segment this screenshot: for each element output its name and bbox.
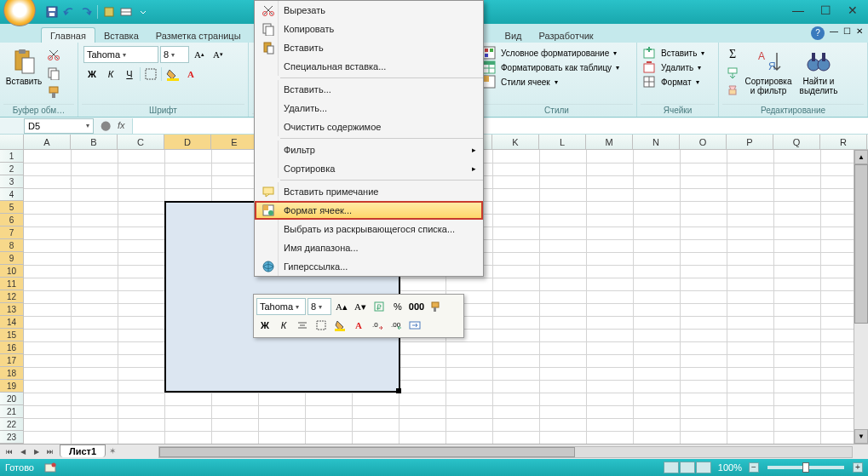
mini-shrink-font-icon[interactable]: A▾	[352, 298, 369, 315]
fill-color-icon[interactable]	[164, 66, 181, 83]
ctx-sort[interactable]: Сортировка▸	[255, 159, 483, 178]
mini-comma-icon[interactable]: 000	[408, 298, 425, 315]
col-header[interactable]: C	[118, 135, 164, 149]
delete-cells-button[interactable]: Удалить▾	[642, 60, 713, 74]
row-header[interactable]: 16	[0, 341, 23, 354]
sheet-nav-first-icon[interactable]: ⏮	[3, 446, 15, 458]
formula-input[interactable]	[132, 118, 868, 134]
mini-format-painter-icon[interactable]	[427, 298, 444, 315]
vertical-scrollbar[interactable]: ▲ ▼	[854, 150, 868, 444]
mini-align-center-icon[interactable]	[294, 317, 311, 334]
underline-button[interactable]: Ч	[121, 66, 138, 83]
ribbon-restore-icon[interactable]: ☐	[843, 26, 851, 40]
col-header[interactable]: B	[71, 135, 118, 149]
zoom-slider[interactable]	[767, 466, 844, 469]
row-header[interactable]: 3	[0, 175, 23, 188]
row-header[interactable]: 5	[0, 201, 23, 214]
row-header[interactable]: 2	[0, 163, 23, 175]
col-header[interactable]: M	[586, 135, 633, 149]
ctx-clear[interactable]: Очистить содержимое	[255, 118, 483, 136]
scroll-thumb[interactable]	[854, 164, 868, 324]
row-header[interactable]: 7	[0, 227, 23, 239]
ctx-format-cells[interactable]: Формат ячеек...	[255, 201, 483, 220]
mini-percent-icon[interactable]: %	[389, 298, 406, 315]
maximize-button[interactable]: ☐	[817, 3, 834, 17]
format-cells-button[interactable]: Формат▾	[642, 75, 713, 89]
row-header[interactable]: 22	[0, 418, 23, 431]
row-header[interactable]: 12	[0, 290, 23, 303]
row-header[interactable]: 21	[0, 405, 23, 418]
clear-icon[interactable]	[724, 82, 741, 99]
ctx-insert-comment[interactable]: Вставить примечание	[255, 182, 483, 201]
col-header[interactable]: N	[633, 135, 680, 149]
ctx-delete[interactable]: Удалить...	[255, 99, 483, 118]
row-header[interactable]: 6	[0, 214, 23, 227]
mini-font-name[interactable]: Tahoma▾	[256, 298, 306, 315]
autosum-icon[interactable]: Σ	[724, 46, 741, 63]
mini-accounting-icon[interactable]: ₽	[371, 298, 388, 315]
sheet-tab[interactable]: Лист1	[60, 444, 106, 457]
row-header[interactable]: 4	[0, 188, 23, 201]
select-all-corner[interactable]	[0, 135, 24, 149]
ctx-name-range[interactable]: Имя диапазона...	[255, 238, 483, 257]
redo-icon[interactable]	[78, 4, 94, 20]
mini-borders-icon[interactable]	[313, 317, 330, 334]
tab-insert[interactable]: Вставка	[95, 28, 147, 43]
hscroll-thumb[interactable]	[159, 447, 575, 457]
fill-icon[interactable]	[724, 64, 741, 81]
sort-filter-button[interactable]: АЯ Сортировка и фильтр	[744, 46, 793, 97]
fx-circle-icon[interactable]: ⬤	[101, 120, 111, 131]
row-header[interactable]: 8	[0, 239, 23, 252]
italic-button[interactable]: К	[102, 66, 119, 83]
office-button[interactable]	[3, 0, 36, 26]
col-header[interactable]: L	[539, 135, 586, 149]
row-header[interactable]: 19	[0, 380, 23, 393]
grow-font-icon[interactable]: A▴	[191, 46, 208, 63]
ctx-cut[interactable]: Вырезать	[255, 1, 483, 20]
row-header[interactable]: 13	[0, 303, 23, 316]
horizontal-scrollbar[interactable]	[158, 446, 853, 458]
mini-increase-decimal-icon[interactable]: .00	[388, 317, 405, 334]
row-header[interactable]: 17	[0, 354, 23, 367]
mini-fill-color-icon[interactable]	[331, 317, 348, 334]
row-header[interactable]: 23	[0, 431, 23, 444]
mini-bold-button[interactable]: Ж	[256, 317, 273, 334]
font-name-combo[interactable]: Tahoma▾	[83, 46, 158, 63]
mini-font-size[interactable]: 8▾	[308, 298, 331, 315]
row-header[interactable]: 1	[0, 150, 23, 163]
row-header[interactable]: 15	[0, 329, 23, 341]
conditional-formatting-button[interactable]: Условное форматирование▾	[482, 46, 631, 60]
zoom-out-button[interactable]: −	[749, 462, 759, 473]
minimize-button[interactable]: —	[790, 3, 807, 17]
find-select-button[interactable]: Найти и выделить	[796, 46, 842, 97]
ctx-copy[interactable]: Копировать	[255, 20, 483, 38]
close-button[interactable]: ✕	[844, 3, 861, 17]
col-header[interactable]: O	[680, 135, 727, 149]
view-normal-icon[interactable]	[664, 462, 679, 473]
col-header[interactable]: Q	[773, 135, 820, 149]
row-header[interactable]: 10	[0, 265, 23, 278]
undo-icon[interactable]	[61, 4, 77, 20]
sheet-nav-next-icon[interactable]: ▶	[31, 446, 43, 458]
scroll-up-icon[interactable]: ▲	[854, 150, 868, 164]
col-header[interactable]: D	[164, 135, 211, 149]
tab-main[interactable]: Главная	[41, 27, 95, 43]
col-header[interactable]: E	[211, 135, 258, 149]
ribbon-minimize-icon[interactable]: —	[830, 26, 838, 40]
mini-font-color-icon[interactable]: A	[350, 317, 367, 334]
borders-icon[interactable]	[142, 66, 159, 83]
row-header[interactable]: 14	[0, 316, 23, 329]
row-header[interactable]: 20	[0, 393, 23, 405]
name-box[interactable]: D5▾	[24, 118, 94, 134]
font-size-combo[interactable]: 8▾	[160, 46, 189, 63]
cut-icon[interactable]	[45, 46, 62, 63]
mini-italic-button[interactable]: К	[275, 317, 292, 334]
ctx-paste[interactable]: Вставить	[255, 38, 483, 57]
row-header[interactable]: 18	[0, 367, 23, 380]
tab-developer[interactable]: Разработчик	[530, 28, 601, 43]
mini-decrease-decimal-icon[interactable]: .0	[369, 317, 386, 334]
zoom-in-button[interactable]: +	[853, 462, 863, 473]
col-header[interactable]: K	[492, 135, 539, 149]
shrink-font-icon[interactable]: A▾	[210, 46, 227, 63]
save-icon[interactable]	[44, 4, 60, 20]
